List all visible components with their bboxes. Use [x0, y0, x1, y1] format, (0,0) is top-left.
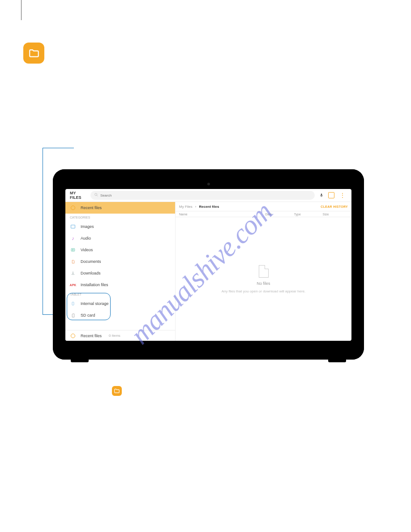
clear-history-button[interactable]: CLEAR HISTORY [321, 205, 348, 208]
front-camera [207, 183, 210, 185]
sidebar-item-label: Images [81, 224, 94, 229]
storage-highlight-box [67, 293, 111, 320]
sidebar-item-label: Audio [81, 236, 91, 240]
empty-title: No files [257, 281, 270, 286]
sidebar-footer[interactable]: Recent files 0 items [65, 330, 175, 341]
sidebar-item-label: Videos [81, 248, 93, 252]
music-note-icon: ♪ [70, 236, 76, 241]
crumb-root[interactable]: My Files [179, 205, 193, 209]
footer-count: 0 items [109, 334, 120, 338]
column-headers: Name Date Type Size [176, 211, 351, 217]
my-files-inline-icon [112, 386, 122, 396]
footer-label: Recent files [81, 334, 102, 338]
breadcrumb: My Files › Recent files CLEAR HISTORY [176, 202, 351, 211]
col-date[interactable]: Date [265, 213, 294, 216]
play-icon [70, 248, 76, 252]
main-content: My Files › Recent files CLEAR HISTORY Na… [176, 202, 351, 341]
search-icon [94, 193, 98, 198]
search-input[interactable] [100, 193, 311, 197]
more-options-icon[interactable]: ⋮ [338, 192, 347, 198]
clock-icon [70, 334, 76, 338]
app-title: MY FILES [70, 191, 87, 200]
sidebar-item-installation[interactable]: APK Installation files [65, 279, 175, 291]
tablet-screen: MY FILES ⋮ Recent fil [65, 189, 351, 341]
sidebar-item-downloads[interactable]: Downloads [65, 267, 175, 279]
margin-rule [21, 0, 21, 20]
download-icon [70, 271, 76, 275]
apk-icon: APK [70, 283, 76, 287]
svg-rect-1 [321, 193, 322, 196]
tablet-device-frame: MY FILES ⋮ Recent fil [53, 169, 364, 360]
sidebar-item-label: Installation files [81, 283, 108, 287]
crumb-current: Recent files [199, 205, 219, 209]
clock-icon [70, 206, 76, 210]
view-toggle-icon[interactable] [328, 192, 334, 198]
empty-state: No files Any files that you open or down… [176, 217, 351, 341]
empty-subtitle: Any files that you open or download will… [222, 289, 306, 293]
document-icon [70, 259, 76, 264]
col-name[interactable]: Name [176, 213, 265, 216]
col-type[interactable]: Type [294, 213, 323, 216]
empty-file-icon [259, 265, 269, 278]
sidebar-item-videos[interactable]: Videos [65, 244, 175, 256]
sidebar-item-recent[interactable]: Recent files [65, 202, 175, 214]
sidebar-item-documents[interactable]: Documents [65, 256, 175, 267]
sidebar-item-label: Recent files [81, 206, 102, 210]
image-icon [70, 225, 76, 228]
sidebar-header-categories: CATEGORIES [65, 214, 175, 221]
my-files-app-icon [23, 43, 44, 64]
sidebar-item-images[interactable]: Images [65, 221, 175, 232]
sidebar-item-audio[interactable]: ♪ Audio [65, 232, 175, 244]
col-size[interactable]: Size [323, 213, 351, 216]
sidebar-item-label: Documents [81, 259, 101, 264]
search-field[interactable] [90, 191, 315, 200]
svg-point-0 [95, 193, 97, 196]
voice-search-icon[interactable] [318, 192, 325, 198]
chevron-right-icon: › [195, 205, 197, 209]
sidebar: Recent files CATEGORIES Images ♪ Audio [65, 202, 176, 341]
sidebar-item-label: Downloads [81, 271, 101, 275]
